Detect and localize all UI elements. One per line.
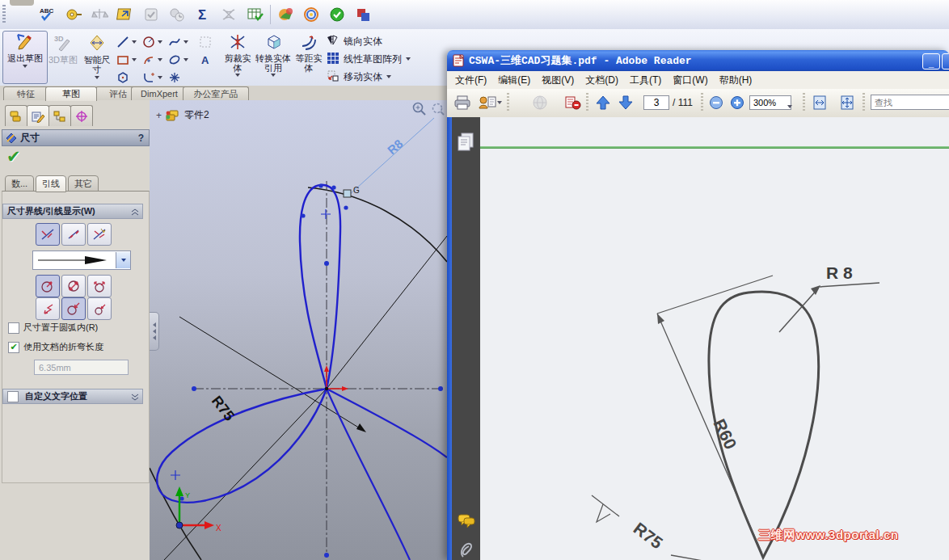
- measure-icon[interactable]: [65, 6, 82, 23]
- expand-chevron-icon[interactable]: [131, 393, 139, 401]
- text-tool-icon[interactable]: A: [197, 52, 213, 68]
- petal-lower-right-upper[interactable]: [327, 389, 447, 457]
- diagonal-line-sw[interactable]: [164, 389, 327, 560]
- dim-style-3-button[interactable]: [87, 275, 112, 297]
- next-page-icon[interactable]: [617, 95, 635, 111]
- dimxpert-manager-tab[interactable]: [70, 105, 93, 126]
- menu-help[interactable]: 帮助(H): [719, 74, 753, 87]
- tab-dim-other[interactable]: 其它: [68, 175, 99, 192]
- collapse-chevron-icon[interactable]: [131, 208, 139, 216]
- appearance-icon[interactable]: [276, 6, 294, 23]
- menu-tools[interactable]: 工具(T): [630, 74, 661, 87]
- arc-tool-icon[interactable]: [141, 52, 157, 68]
- ellipse-tool-icon[interactable]: [167, 52, 183, 68]
- rectangle-tool-caret[interactable]: [131, 52, 137, 68]
- custom-text-group-header[interactable]: 自定义文字位置: [2, 389, 143, 404]
- smart-dimension-button[interactable]: 智能尺寸: [81, 33, 113, 79]
- dim-style-4-button[interactable]: [36, 297, 60, 320]
- witness-style-smart-button[interactable]: [87, 223, 112, 246]
- toolbar-grip[interactable]: [2, 5, 6, 24]
- tab-office[interactable]: 办公室产品: [183, 86, 249, 100]
- exit-sketch-caret[interactable]: [23, 65, 27, 68]
- dim-style-6-button[interactable]: [87, 297, 112, 320]
- bend-length-field[interactable]: 6.35mm: [34, 360, 129, 375]
- tab-dim-leaders[interactable]: 引线: [36, 175, 66, 192]
- fillet-tool-caret[interactable]: [157, 69, 163, 86]
- mirror-entities-button[interactable]: 镜向实体: [327, 34, 382, 48]
- move-entities-button[interactable]: 移动实体: [327, 69, 391, 84]
- smart-dimension-caret[interactable]: [95, 76, 99, 79]
- petal-lower-right-lower[interactable]: [327, 389, 410, 560]
- trim-entities-caret[interactable]: [235, 74, 240, 77]
- rectangle-tool-icon[interactable]: [115, 52, 131, 68]
- featuremanager-tab[interactable]: [5, 105, 27, 126]
- ellipse-tool-caret[interactable]: [183, 52, 189, 68]
- maximize-button[interactable]: [942, 53, 949, 69]
- fit-page-icon[interactable]: [838, 95, 856, 111]
- tab-features[interactable]: 特征: [3, 86, 49, 100]
- r8-leader[interactable]: [348, 118, 434, 196]
- witness-group-header[interactable]: 尺寸界线/引线显示(W): [2, 204, 143, 219]
- spline-tool-icon[interactable]: [167, 34, 183, 50]
- design-table-icon[interactable]: [246, 6, 264, 23]
- compare-icon[interactable]: [354, 6, 372, 23]
- dropdown-button[interactable]: [116, 252, 130, 268]
- document-page[interactable]: R 8 R60 R75 三维网www.3dportal.cn: [480, 117, 949, 560]
- scene-icon[interactable]: [302, 6, 320, 23]
- line-tool-icon[interactable]: [115, 34, 131, 50]
- curvature-check-icon[interactable]: [220, 6, 238, 23]
- select-box-icon[interactable]: [197, 34, 213, 50]
- menu-document[interactable]: 文档(D): [585, 74, 618, 87]
- petal-lower-left[interactable]: [157, 389, 327, 503]
- menu-edit[interactable]: 编辑(E): [498, 74, 530, 87]
- r75-label[interactable]: R75: [209, 393, 238, 423]
- arc-inside-checkbox-row[interactable]: 尺寸置于圆弧内(R): [8, 322, 98, 334]
- spellcheck-icon[interactable]: ABC: [39, 6, 57, 23]
- circle-tool-icon[interactable]: [141, 34, 157, 50]
- ok-button[interactable]: ✔: [6, 147, 21, 166]
- page-number-input[interactable]: [643, 95, 669, 110]
- diagonal-line-ne[interactable]: [327, 236, 447, 389]
- circle-tool-caret[interactable]: [157, 34, 163, 50]
- tab-sketch[interactable]: 草图: [45, 86, 97, 101]
- linear-pattern-caret[interactable]: [406, 57, 411, 61]
- graphics-area[interactable]: + 零件2 R8 R75: [150, 100, 447, 560]
- menu-window[interactable]: 窗口(W): [673, 74, 707, 87]
- print-icon[interactable]: [453, 95, 471, 111]
- collaborate-icon[interactable]: [531, 95, 549, 111]
- panel-help[interactable]: ?: [138, 133, 144, 144]
- custom-text-checkbox[interactable]: [7, 391, 19, 402]
- exit-sketch-button[interactable]: 退出草图: [2, 31, 48, 84]
- doc-bend-checkbox[interactable]: ✔: [8, 342, 19, 353]
- fit-width-icon[interactable]: [811, 95, 829, 111]
- arc-inside-checkbox[interactable]: [8, 322, 19, 334]
- polygon-tool-icon[interactable]: [115, 69, 131, 86]
- doc-bend-checkbox-row[interactable]: ✔ 使用文档的折弯长度: [8, 341, 103, 353]
- menu-view[interactable]: 视图(V): [542, 74, 574, 87]
- convert-entities-caret[interactable]: [271, 74, 276, 77]
- convert-entities-button[interactable]: 转换实体引用: [255, 33, 291, 77]
- witness-style-both-button[interactable]: [36, 223, 60, 246]
- approve-icon[interactable]: [328, 6, 346, 23]
- move-entities-caret[interactable]: [386, 75, 391, 78]
- witness-style-inside-button[interactable]: [61, 223, 86, 246]
- offset-entities-button[interactable]: 等距实体: [294, 33, 323, 73]
- petal-top[interactable]: [300, 185, 340, 389]
- pages-panel-icon[interactable]: [457, 132, 476, 156]
- center-point[interactable]: [325, 387, 328, 390]
- configuration-tab[interactable]: [49, 105, 71, 126]
- sketch-canvas[interactable]: R8 R75 G Y X: [150, 100, 447, 560]
- zoom-dropdown-caret[interactable]: [787, 97, 792, 112]
- save-copy-icon[interactable]: [478, 95, 502, 111]
- tab-dimxpert[interactable]: DimXpert: [131, 86, 188, 100]
- spline-tool-caret[interactable]: [183, 34, 189, 50]
- 3d-sketch-button[interactable]: 3D 3D草图: [47, 33, 79, 65]
- trim-entities-button[interactable]: 剪裁实体: [223, 33, 252, 77]
- share-review-icon[interactable]: [563, 95, 581, 111]
- section-properties-icon[interactable]: [116, 6, 134, 23]
- r75-dimension-line[interactable]: [179, 317, 364, 431]
- selected-point-handle[interactable]: [344, 190, 351, 197]
- arrow-style-dropdown[interactable]: [32, 251, 131, 270]
- tab-dim-value[interactable]: 数...: [5, 175, 34, 192]
- performance-icon[interactable]: [168, 6, 186, 23]
